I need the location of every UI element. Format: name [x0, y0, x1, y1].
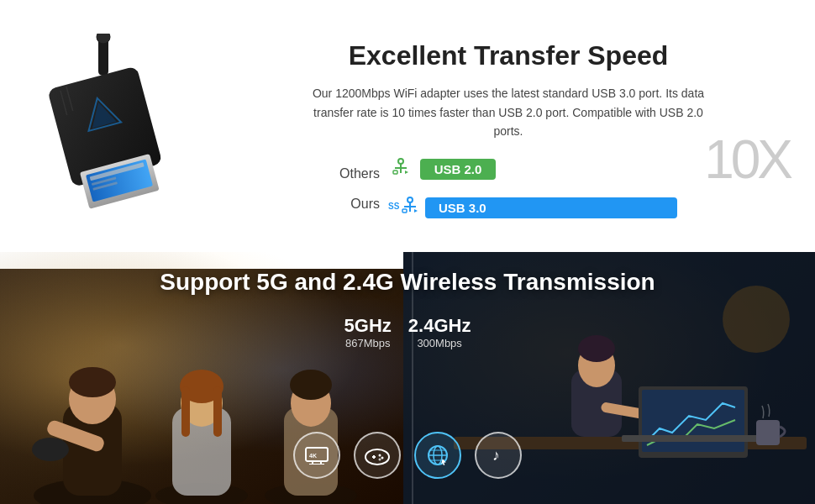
usb-labels: Others Ours [339, 166, 380, 212]
svg-marker-22 [414, 209, 418, 213]
svg-point-61 [379, 459, 381, 460]
globe-icon-circle [414, 432, 461, 479]
ours-row: SS USB 3.0 [388, 197, 677, 220]
gaming-icon-circle [354, 432, 401, 479]
svg-point-41 [723, 286, 790, 353]
svg-point-18 [408, 197, 413, 202]
svg-rect-34 [181, 386, 190, 437]
ten-x-label: 10X [704, 133, 790, 186]
svg-text:SS: SS [388, 202, 400, 211]
svg-point-59 [379, 454, 381, 457]
usb2-icon [388, 158, 413, 181]
freq-24ghz-speed: 300Mbps [417, 337, 461, 349]
ours-label: Ours [339, 197, 380, 212]
feature-icons-row: 4K [293, 432, 522, 479]
usb2-badge: USB 2.0 [420, 159, 496, 180]
svg-text:4K: 4K [309, 453, 317, 459]
svg-rect-48 [642, 390, 744, 452]
product-image-area [0, 0, 218, 252]
svg-rect-50 [756, 420, 780, 445]
top-section: Excellent Transfer Speed Our 1200Mbps Wi… [0, 0, 815, 252]
others-label: Others [339, 166, 380, 181]
svg-point-56 [365, 449, 389, 465]
svg-point-45 [578, 335, 615, 362]
svg-rect-15 [393, 171, 397, 174]
page-container: Excellent Transfer Speed Our 1200Mbps Wi… [0, 0, 815, 504]
svg-rect-49 [622, 435, 765, 442]
svg-marker-16 [405, 171, 408, 174]
svg-point-12 [398, 159, 403, 164]
usb3-badge: USB 3.0 [425, 197, 677, 218]
comparison-area: Others Ours [227, 158, 790, 220]
svg-point-39 [290, 370, 332, 400]
bottom-section: Support 5G and 2.4G Wireless Transmissio… [0, 252, 815, 504]
frequency-info: 5GHz 867Mbps 2.4GHz 300Mbps [344, 315, 471, 349]
main-title: Excellent Transfer Speed [227, 40, 790, 71]
music-icon-circle: ♪ [475, 432, 522, 479]
others-row: USB 2.0 [388, 158, 677, 181]
freq-5ghz: 5GHz 867Mbps [344, 315, 392, 349]
svg-point-60 [381, 457, 384, 459]
usb-adapter-image [38, 34, 181, 218]
usb3-icon: SS [388, 197, 418, 220]
freq-5ghz-speed: 867Mbps [345, 337, 390, 349]
svg-text:♪: ♪ [492, 447, 500, 464]
freq-24ghz-label: 2.4GHz [408, 315, 471, 337]
tv-4k-icon-circle: 4K [293, 432, 340, 479]
freq-5ghz-label: 5GHz [344, 315, 392, 337]
svg-point-1 [97, 34, 110, 44]
svg-point-27 [69, 367, 116, 397]
freq-24ghz: 2.4GHz 300Mbps [408, 315, 471, 349]
svg-rect-35 [213, 386, 222, 437]
content-area: Excellent Transfer Speed Our 1200Mbps Wi… [218, 0, 815, 252]
usb-rows: USB 2.0 SS [388, 158, 677, 220]
bottom-title: Support 5G and 2.4G Wireless Transmissio… [0, 269, 815, 296]
svg-point-29 [32, 438, 69, 461]
description: Our 1200Mbps WiFi adapter uses the lates… [307, 84, 710, 140]
svg-rect-21 [402, 209, 407, 213]
